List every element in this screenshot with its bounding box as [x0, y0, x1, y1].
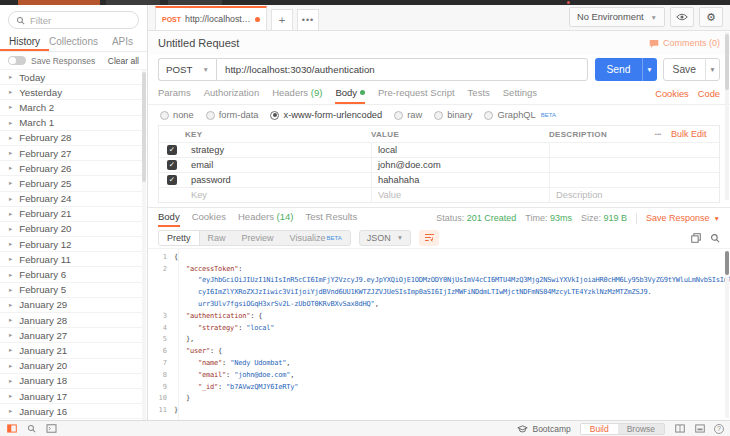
checkbox-checked-icon[interactable]: ✓	[167, 175, 177, 185]
environment-quick-look-button[interactable]	[670, 7, 694, 27]
cell-description[interactable]	[549, 143, 719, 157]
checkbox-checked-icon[interactable]: ✓	[167, 145, 177, 155]
method-select[interactable]: POST ▼	[158, 58, 216, 81]
history-date-item[interactable]: ▸February 5	[0, 283, 147, 298]
request-tab-headers[interactable]: Headers (9)	[272, 83, 322, 104]
table-row[interactable]: ✓passwordhahahaha	[159, 172, 719, 187]
table-placeholder-row[interactable]: KeyValueDescription	[159, 187, 719, 202]
cookies-link[interactable]: Cookies	[655, 85, 689, 104]
cell-key[interactable]: password	[185, 173, 371, 187]
sidebar-tab-history[interactable]: History	[0, 33, 49, 51]
history-date-item[interactable]: ▸January 20	[0, 359, 147, 374]
sidebar-toggle-icon[interactable]	[6, 424, 17, 433]
history-date-item[interactable]: ▸February 6	[0, 267, 147, 282]
response-tab-cookies[interactable]: Cookies	[192, 208, 226, 227]
history-date-item[interactable]: ▸January 18	[0, 374, 147, 389]
cell-description[interactable]	[549, 173, 719, 187]
body-mode-graphql[interactable]: GraphQLBETA	[484, 110, 555, 120]
format-select[interactable]: JSON ▼	[359, 230, 411, 246]
request-tab-authorization[interactable]: Authorization	[204, 83, 259, 104]
column-options-icon[interactable]: •••	[645, 131, 671, 137]
cell-value[interactable]: hahahaha	[371, 173, 549, 187]
save-responses-toggle[interactable]	[8, 56, 26, 65]
save-response-button[interactable]: Save Response ▼	[646, 210, 720, 227]
shortcuts-icon[interactable]	[694, 424, 705, 433]
body-mode-form-data[interactable]: form-data	[206, 110, 259, 120]
search-icon[interactable]	[26, 424, 37, 433]
table-row[interactable]: ✓strategylocal	[159, 142, 719, 157]
history-date-item[interactable]: ▸January 28	[0, 313, 147, 328]
two-pane-icon[interactable]	[674, 424, 685, 433]
search-icon[interactable]	[710, 233, 720, 243]
history-date-item[interactable]: ▸Yesterday	[0, 85, 147, 100]
history-date-item[interactable]: ▸January 21	[0, 343, 147, 358]
view-mode-raw[interactable]: Raw	[200, 231, 234, 245]
wrap-text-button[interactable]	[419, 230, 439, 246]
browse-tab[interactable]: Browse	[618, 424, 664, 434]
cell-key[interactable]: strategy	[185, 143, 371, 157]
response-tab-test-results[interactable]: Test Results	[305, 208, 357, 227]
history-date-item[interactable]: ▸February 20	[0, 222, 147, 237]
body-mode-none[interactable]: none	[160, 110, 194, 120]
send-options-caret[interactable]: ▼	[642, 58, 657, 81]
request-tab-params[interactable]: Params	[158, 83, 191, 104]
response-tab-headers[interactable]: Headers (14)	[238, 208, 293, 227]
history-date-item[interactable]: ▸February 26	[0, 161, 147, 176]
response-body-viewer[interactable]: 1{2"accessToken":"eyJhbGciOiJIUzI1NiIsIn…	[148, 248, 730, 420]
cell-value[interactable]: john@doe.com	[371, 158, 549, 172]
build-tab[interactable]: Build	[581, 424, 618, 434]
history-date-item[interactable]: ▸January 16	[0, 404, 147, 419]
history-date-item[interactable]: ▸January 29	[0, 298, 147, 313]
history-date-item[interactable]: ▸Today	[0, 70, 147, 85]
view-mode-preview[interactable]: Preview	[234, 231, 282, 245]
sidebar-scrollbar[interactable]	[142, 70, 146, 420]
checkbox-checked-icon[interactable]: ✓	[167, 160, 177, 170]
body-mode-raw[interactable]: raw	[394, 110, 422, 120]
history-date-item[interactable]: ▸February 27	[0, 146, 147, 161]
cell-value[interactable]: Value	[371, 188, 549, 202]
history-date-item[interactable]: ▸February 21	[0, 207, 147, 222]
request-tab-pre-request-script[interactable]: Pre-request Script	[378, 83, 455, 104]
help-icon[interactable]: ?	[714, 424, 724, 434]
copy-icon[interactable]	[691, 233, 701, 243]
cell-description[interactable]: Description	[549, 188, 719, 202]
view-mode-visualize[interactable]: VisualizeBETA	[282, 231, 350, 245]
main-scrollbar[interactable]	[725, 32, 729, 200]
tab-options-button[interactable]: •••	[297, 9, 319, 30]
cell-value[interactable]: local	[371, 143, 549, 157]
history-date-item[interactable]: ▸January 27	[0, 328, 147, 343]
environment-select[interactable]: No Environment ▼	[569, 7, 665, 27]
bootcamp-button[interactable]: Bootcamp	[517, 424, 570, 434]
history-date-item[interactable]: ▸February 11	[0, 252, 147, 267]
open-request-tab[interactable]: POST http://localhost:3030/authenti...	[155, 6, 267, 30]
history-date-item[interactable]: ▸February 28	[0, 131, 147, 146]
history-date-item[interactable]: ▸February 24	[0, 192, 147, 207]
clear-all-link[interactable]: Clear all	[108, 56, 139, 66]
code-scrollbar[interactable]	[725, 251, 729, 418]
sidebar-tab-apis[interactable]: APIs	[98, 33, 147, 51]
bulk-edit-link[interactable]: Bulk Edit	[671, 129, 719, 139]
cell-key[interactable]: email	[185, 158, 371, 172]
filter-search-box[interactable]	[8, 11, 139, 29]
code-link[interactable]: Code	[698, 85, 720, 104]
new-tab-button[interactable]: +	[271, 9, 293, 30]
view-mode-pretty[interactable]: Pretty	[159, 231, 200, 245]
table-row[interactable]: ✓emailjohn@doe.com	[159, 157, 719, 172]
body-mode-binary[interactable]: binary	[434, 110, 472, 120]
url-input[interactable]	[216, 58, 588, 81]
environment-settings-button[interactable]: ⚙	[699, 7, 723, 27]
cell-description[interactable]	[549, 158, 719, 172]
history-date-item[interactable]: ▸January 17	[0, 389, 147, 404]
request-tab-settings[interactable]: Settings	[503, 83, 537, 104]
send-button[interactable]: Send ▼	[595, 58, 656, 81]
history-date-item[interactable]: ▸February 25	[0, 176, 147, 191]
cell-key[interactable]: Key	[185, 188, 371, 202]
console-icon[interactable]	[46, 424, 57, 433]
sidebar-tab-collections[interactable]: Collections	[49, 33, 98, 51]
request-tab-body[interactable]: Body	[335, 83, 365, 104]
save-options-caret[interactable]: ▼	[705, 59, 719, 80]
history-date-item[interactable]: ▸March 2	[0, 100, 147, 115]
request-tab-tests[interactable]: Tests	[468, 83, 490, 104]
history-date-item[interactable]: ▸March 1	[0, 116, 147, 131]
save-button[interactable]: Save ▼	[663, 58, 720, 81]
